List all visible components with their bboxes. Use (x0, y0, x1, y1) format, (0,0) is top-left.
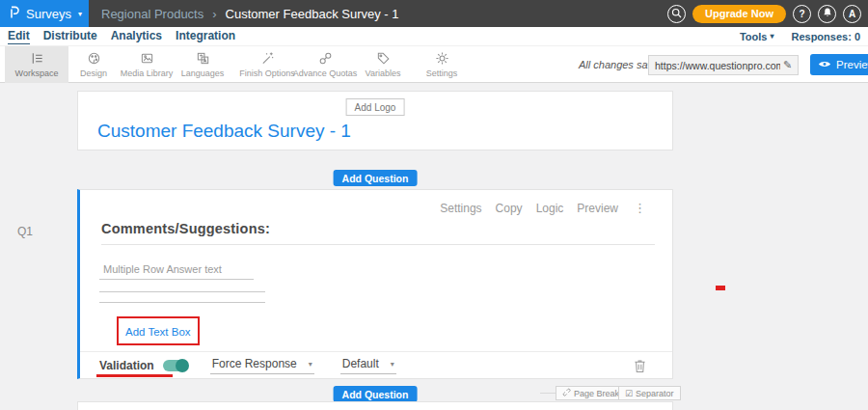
search-icon (670, 7, 683, 21)
nav-right: Tools ▾ Responses: 0 (740, 27, 860, 45)
bell-icon (822, 7, 833, 20)
avatar[interactable]: A (843, 5, 861, 23)
gear-icon (435, 51, 449, 66)
annotation-red-box: Add Text Box (117, 316, 200, 345)
question-copy-link[interactable]: Copy (496, 202, 523, 215)
breadcrumb-separator-icon: › (212, 7, 216, 21)
force-response-dropdown[interactable]: Force Response ▾ (210, 357, 314, 374)
help-button[interactable]: ? (793, 5, 811, 23)
editor-toolbar: Workspace Design Media Library Languages… (0, 45, 868, 83)
topbar-actions: Upgrade Now ? A (667, 0, 861, 27)
translate-icon (196, 51, 210, 66)
question-text-underline (101, 244, 655, 245)
image-icon (140, 51, 154, 66)
nav-tabs: Edit Distribute Analytics Integration (8, 27, 235, 45)
tools-label: Tools (740, 31, 768, 42)
trash-icon (634, 360, 646, 376)
more-options-icon[interactable]: ⋮ (634, 201, 646, 215)
chevron-down-icon: ▾ (309, 360, 312, 369)
default-label: Default (342, 357, 379, 370)
toolbar-item-advance-quotas[interactable]: Advance Quotas (293, 46, 357, 83)
default-dropdown[interactable]: Default ▾ (340, 357, 396, 374)
annotation-red-underline (96, 374, 173, 377)
tab-distribute[interactable]: Distribute (43, 29, 97, 43)
chevron-down-icon: ▾ (391, 360, 394, 369)
next-question-card (77, 401, 673, 410)
search-button[interactable] (667, 5, 686, 23)
toolbar-item-finish-options[interactable]: Finish Options (235, 46, 299, 83)
question-card: Settings Copy Logic Preview ⋮ Comments/S… (77, 189, 673, 379)
survey-header-card: Add Logo Customer Feedback Survey - 1 (77, 91, 673, 150)
top-bar: Surveys ▾ Regional Products › Customer F… (0, 0, 868, 27)
validation-label: Validation (99, 359, 154, 372)
quota-links-icon (318, 51, 333, 66)
breadcrumb-folder[interactable]: Regional Products (101, 7, 203, 21)
question-menu: Settings Copy Logic Preview ⋮ (440, 201, 646, 215)
toolbar-item-settings[interactable]: Settings (410, 46, 474, 83)
responses-count[interactable]: Responses: 0 (791, 31, 860, 42)
page-break-icon (562, 388, 571, 398)
force-response-label: Force Response (212, 357, 297, 370)
chevron-down-icon: ▾ (770, 32, 773, 41)
page-break-button[interactable]: Page Break (556, 386, 626, 400)
question-preview-link[interactable]: Preview (577, 202, 618, 215)
eye-icon (818, 59, 831, 70)
add-question-button-top[interactable]: Add Question (334, 170, 418, 186)
magic-wand-icon (260, 51, 275, 66)
validation-toggle[interactable] (163, 360, 188, 371)
toolbar-item-workspace[interactable]: Workspace (5, 46, 68, 83)
separator-button[interactable]: ☑ Separator (618, 386, 681, 400)
toolbar-item-variables[interactable]: Variables (351, 46, 415, 83)
survey-editor-screen: Surveys ▾ Regional Products › Customer F… (0, 0, 868, 410)
edit-url-icon[interactable]: ✎ (783, 59, 792, 71)
tag-icon (376, 51, 391, 66)
toolbar-item-media-library[interactable]: Media Library (115, 46, 178, 83)
workspace-icon (30, 51, 44, 66)
separator-label: Separator (636, 389, 674, 398)
breadcrumb-survey-name: Customer Feedback Survey - 1 (226, 7, 399, 21)
preview-button[interactable]: Preview (810, 54, 868, 75)
question-text[interactable]: Comments/Suggestions: (101, 221, 270, 236)
delete-question-button[interactable] (634, 359, 646, 377)
product-name: Surveys (26, 7, 71, 21)
question-logic-link[interactable]: Logic (536, 202, 564, 215)
survey-url-input[interactable] (648, 55, 799, 75)
tools-menu[interactable]: Tools ▾ (740, 31, 774, 42)
add-logo-button[interactable]: Add Logo (346, 98, 405, 116)
notifications-button[interactable] (818, 5, 836, 23)
palette-icon (87, 51, 101, 66)
toolbar-item-languages[interactable]: Languages (171, 46, 234, 83)
breadcrumb: Regional Products › Customer Feedback Su… (101, 0, 398, 27)
upgrade-now-button[interactable]: Upgrade Now (692, 5, 786, 23)
product-switcher[interactable]: Surveys ▾ (0, 0, 89, 27)
tab-edit[interactable]: Edit (8, 29, 30, 44)
chevron-down-icon: ▾ (78, 10, 82, 18)
answer-row-1[interactable] (99, 279, 254, 280)
answer-row-3[interactable] (99, 302, 265, 303)
checkbox-icon: ☑ (625, 389, 633, 398)
main-nav: Edit Distribute Analytics Integration To… (0, 27, 868, 45)
questionpro-logo-icon (9, 5, 20, 23)
page-break-label: Page Break (574, 389, 619, 398)
annotation-red-dash (716, 286, 725, 290)
question-number: Q1 (17, 225, 33, 238)
tab-integration[interactable]: Integration (176, 29, 235, 43)
answer-placeholder: Multiple Row Answer text (103, 263, 222, 275)
answer-row-2[interactable] (99, 291, 265, 292)
add-question-button-bottom[interactable]: Add Question (334, 386, 418, 402)
add-text-box-link[interactable]: Add Text Box (125, 326, 191, 338)
preview-label: Preview (836, 59, 868, 70)
toggle-knob (176, 359, 189, 372)
tab-analytics[interactable]: Analytics (111, 29, 162, 43)
question-settings-link[interactable]: Settings (440, 202, 481, 215)
survey-title[interactable]: Customer Feedback Survey - 1 (97, 121, 351, 142)
